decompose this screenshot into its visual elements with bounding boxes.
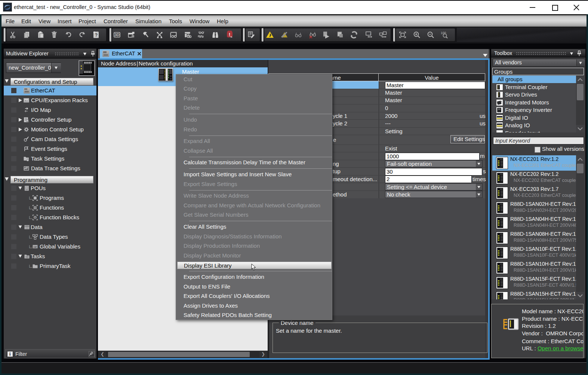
svg-text:?: ?	[95, 33, 98, 38]
svg-text:B: B	[34, 216, 36, 219]
svg-text:var: var	[33, 246, 37, 248]
svg-text:!: !	[229, 32, 230, 37]
svg-text:3D: 3D	[114, 33, 120, 37]
svg-text:1: 1	[370, 33, 372, 36]
